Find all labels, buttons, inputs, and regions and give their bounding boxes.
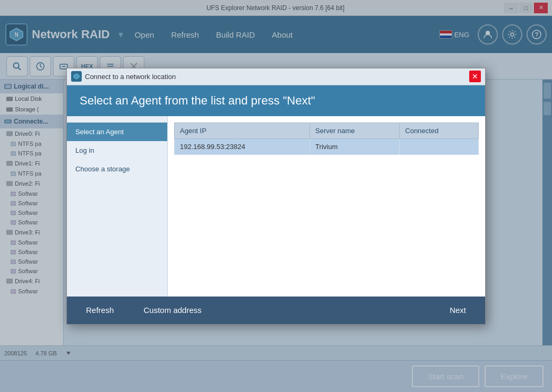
- modal-nav-choose-storage[interactable]: Choose a storage: [67, 160, 167, 178]
- modal-content: Agent IP Server name Connected 192.168.9…: [168, 116, 485, 297]
- modal-overlay: Connect to a network location ✕ Select a…: [0, 0, 552, 392]
- col-server-name: Server name: [310, 123, 400, 138]
- modal-titlebar: Connect to a network location ✕: [67, 68, 485, 85]
- modal-nav-login[interactable]: Log in: [67, 141, 167, 160]
- modal-sidebar: Select an Agent Log in Choose a storage: [67, 116, 168, 297]
- modal-body: Select an Agent Log in Choose a storage …: [67, 116, 485, 297]
- cell-connected: [400, 138, 479, 154]
- modal-nav-select-agent[interactable]: Select an Agent: [67, 123, 167, 141]
- agent-table-body: 192.168.99.53:23824 Trivium: [175, 138, 479, 154]
- modal-next-button[interactable]: Next: [439, 301, 477, 319]
- table-row[interactable]: 192.168.99.53:23824 Trivium: [175, 138, 479, 154]
- modal-refresh-button[interactable]: Refresh: [75, 301, 125, 319]
- modal-dialog: Connect to a network location ✕ Select a…: [66, 68, 486, 325]
- col-connected: Connected: [400, 123, 479, 138]
- modal-custom-address-button[interactable]: Custom address: [133, 301, 212, 319]
- cell-server-name: Trivium: [310, 138, 400, 154]
- col-agent-ip: Agent IP: [175, 123, 310, 138]
- modal-title-text: Connect to a network location: [85, 73, 176, 81]
- agent-table: Agent IP Server name Connected 192.168.9…: [174, 123, 479, 155]
- modal-close-button[interactable]: ✕: [469, 71, 481, 82]
- modal-title-left: Connect to a network location: [71, 71, 176, 82]
- modal-header: Select an Agent from the list and press …: [67, 85, 485, 116]
- modal-logo-icon: [71, 71, 82, 82]
- modal-footer: Refresh Custom address Next: [67, 297, 485, 324]
- svg-marker-38: [74, 74, 79, 79]
- cell-agent-ip: 192.168.99.53:23824: [175, 138, 310, 154]
